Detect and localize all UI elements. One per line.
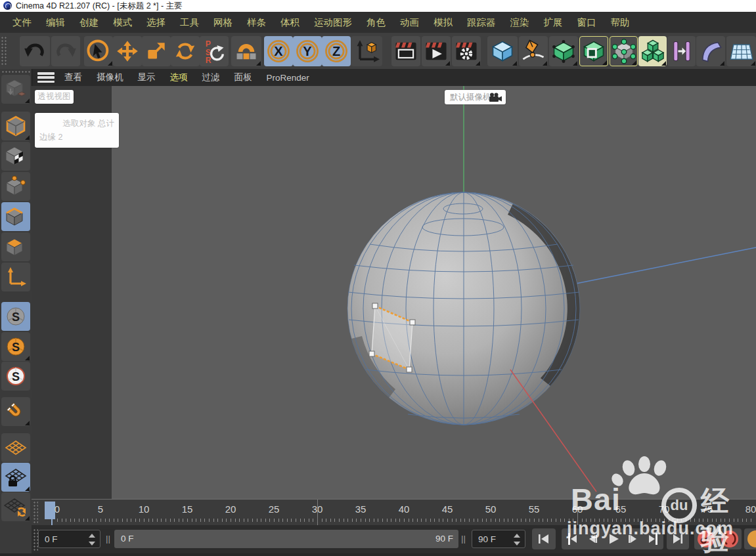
menu-item-角色[interactable]: 角色 xyxy=(359,16,393,29)
prev-frame-button[interactable] xyxy=(582,528,602,549)
viewport-menu-面板[interactable]: 面板 xyxy=(227,72,259,83)
lock-y-axis-button[interactable]: Y xyxy=(293,36,322,66)
viewport-canvas[interactable]: 透视视图 选取对象 总计 边缘 2 默认摄像机 xyxy=(32,86,756,499)
volume-builder-button[interactable] xyxy=(638,36,667,66)
frame-stepper[interactable] xyxy=(89,533,96,546)
goto-start-button[interactable] xyxy=(532,528,556,549)
subdivision-surface-button[interactable] xyxy=(549,36,578,66)
enable-snap-button[interactable] xyxy=(1,397,30,426)
model-mode-button[interactable] xyxy=(1,112,30,140)
texture-mode-button[interactable] xyxy=(1,142,30,171)
points-mode-button[interactable] xyxy=(1,172,30,201)
bottombar-drag-grip[interactable] xyxy=(33,528,38,551)
frame-range-slider[interactable]: 0 F 90 F xyxy=(114,530,458,548)
ruler-tick xyxy=(365,519,366,522)
scale-tool[interactable] xyxy=(142,36,171,66)
viewport-menu-选项[interactable]: 选项 xyxy=(163,72,195,83)
viewport-solo-off-button[interactable]: S xyxy=(1,302,30,331)
menu-item-编辑[interactable]: 编辑 xyxy=(39,16,72,29)
ruler-tick xyxy=(226,519,227,522)
menu-item-网格[interactable]: 网格 xyxy=(206,16,240,29)
timeline-playhead[interactable] xyxy=(45,502,55,519)
undo-button[interactable] xyxy=(20,36,50,66)
edit-render-settings-button[interactable] xyxy=(452,36,481,66)
menu-item-体积[interactable]: 体积 xyxy=(273,16,307,29)
live-selection-tool[interactable] xyxy=(84,36,113,66)
range-grip-left[interactable]: || xyxy=(106,532,110,546)
reset-psr-button[interactable]: P S R xyxy=(200,36,229,66)
palette-drag-grip[interactable] xyxy=(1,70,30,74)
ruler-tick xyxy=(356,519,357,522)
enable-axis-button[interactable] xyxy=(1,263,30,291)
lock-workplane-button[interactable] xyxy=(1,463,30,492)
edge-mode-button[interactable] xyxy=(1,202,30,231)
menu-item-窗口[interactable]: 窗口 xyxy=(570,16,604,29)
play-button[interactable] xyxy=(602,528,623,549)
coordinate-system-button[interactable] xyxy=(351,36,382,66)
bottom-edge-strip xyxy=(0,553,756,556)
end-frame-stepper[interactable] xyxy=(514,533,521,546)
viewport-solo-single-button[interactable]: S xyxy=(1,332,30,361)
view-label-hud[interactable]: 透视视图 xyxy=(35,90,74,104)
planar-workplane-button[interactable] xyxy=(1,492,30,521)
end-frame-field[interactable]: 90 F xyxy=(472,530,525,548)
next-frame-button[interactable] xyxy=(623,528,643,549)
menu-item-动画[interactable]: 动画 xyxy=(393,16,426,29)
goto-next-key-button[interactable] xyxy=(643,528,663,549)
viewport-menu-过滤[interactable]: 过滤 xyxy=(195,72,227,83)
viewport-solo-hierarchy-button[interactable]: S xyxy=(1,362,30,391)
scene-3d xyxy=(32,86,756,499)
viewport-menu-查看[interactable]: 查看 xyxy=(57,72,89,83)
keyframe-selection-button[interactable] xyxy=(744,528,756,549)
redo-button[interactable] xyxy=(51,36,80,66)
symmetry-generator-button[interactable] xyxy=(667,36,696,66)
ruler-tick xyxy=(543,519,543,522)
menu-item-帮助[interactable]: 帮助 xyxy=(604,16,637,29)
viewport-menu-显示[interactable]: 显示 xyxy=(131,72,163,83)
viewport-menu-摄像机[interactable]: 摄像机 xyxy=(89,72,131,83)
record-keyframe-button[interactable] xyxy=(694,528,718,549)
viewport-hamburger-icon[interactable] xyxy=(37,72,55,83)
autokey-button[interactable] xyxy=(718,528,742,549)
ruler-tick xyxy=(183,519,183,522)
svg-text:X: X xyxy=(274,44,283,58)
render-to-picture-viewer-button[interactable] xyxy=(422,36,451,66)
menu-item-渲染[interactable]: 渲染 xyxy=(503,16,537,29)
menu-item-工具[interactable]: 工具 xyxy=(173,16,206,29)
make-editable-button[interactable] xyxy=(1,75,30,104)
lock-x-axis-button[interactable]: X xyxy=(264,36,293,66)
extrude-generator-button[interactable] xyxy=(579,36,608,66)
move-tool[interactable] xyxy=(113,36,142,66)
viewport-menu-ProRender[interactable]: ProRender xyxy=(259,73,317,83)
ruler-drag-grip[interactable] xyxy=(33,501,38,523)
lattice-generator-button[interactable] xyxy=(610,36,638,66)
menu-item-创建[interactable]: 创建 xyxy=(72,16,106,29)
floor-object-button[interactable] xyxy=(726,36,756,66)
workplane-mode-button[interactable] xyxy=(1,433,30,462)
menu-item-模拟[interactable]: 模拟 xyxy=(426,16,460,29)
menu-item-运动图形[interactable]: 运动图形 xyxy=(307,16,359,29)
camera-label-hud[interactable]: 默认摄像机 xyxy=(445,90,506,104)
spline-pen-button[interactable] xyxy=(519,36,548,66)
range-grip-right[interactable]: || xyxy=(461,532,466,546)
rotate-tool[interactable] xyxy=(171,36,200,66)
menu-item-文件[interactable]: 文件 xyxy=(5,16,39,29)
timeline-ruler[interactable]: 05101520253035404550556065707580 xyxy=(32,499,756,525)
polygon-mode-button[interactable] xyxy=(1,232,30,261)
menu-item-扩展[interactable]: 扩展 xyxy=(537,16,570,29)
menu-item-跟踪器[interactable]: 跟踪器 xyxy=(460,16,503,29)
goto-end-button[interactable] xyxy=(667,528,689,549)
render-view-button[interactable] xyxy=(391,36,420,66)
menu-item-样条[interactable]: 样条 xyxy=(240,16,273,29)
cube-primitive-button[interactable] xyxy=(487,36,518,66)
ruler-tick xyxy=(721,519,721,522)
workplane-modeling-button[interactable] xyxy=(231,36,261,66)
current-frame-field[interactable]: 0 F xyxy=(38,530,100,548)
ruler-tick xyxy=(426,519,426,522)
bend-deformer-button[interactable] xyxy=(696,36,725,66)
menu-item-模式[interactable]: 模式 xyxy=(106,16,139,29)
toolbar-drag-grip[interactable] xyxy=(1,36,7,66)
lock-z-axis-button[interactable]: Z xyxy=(322,36,351,66)
menu-item-选择[interactable]: 选择 xyxy=(139,16,173,29)
goto-prev-key-button[interactable] xyxy=(562,528,582,549)
